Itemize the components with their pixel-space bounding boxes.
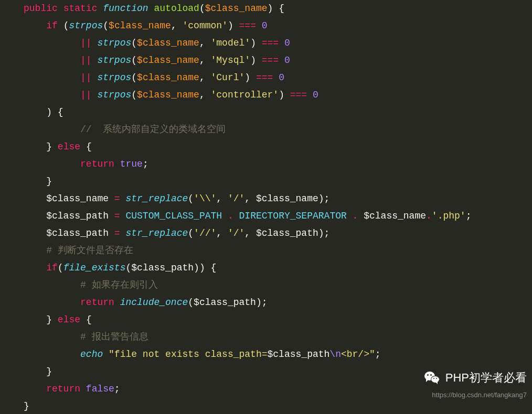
- code-token: [279, 38, 284, 48]
- code-token: ,: [199, 72, 211, 83]
- code-line[interactable]: $class_path = CUSTOM_CLASS_PATH . DIRECT…: [24, 208, 532, 225]
- code-token: =: [114, 193, 120, 204]
- code-token: 'model': [211, 38, 251, 48]
- code-token: ,: [216, 193, 228, 204]
- code-token: [233, 20, 239, 31]
- code-token: }: [24, 401, 29, 411]
- code-token: '/': [228, 228, 244, 238]
- code-token: else: [58, 314, 80, 325]
- code-token: ): [46, 107, 52, 117]
- code-token: [347, 211, 353, 221]
- code-token: \n: [329, 349, 341, 359]
- code-token: $class_path: [268, 349, 330, 359]
- code-token: strpos: [97, 72, 131, 83]
- code-token: 'Curl': [211, 72, 245, 83]
- code-line[interactable]: if (strpos($class_name, 'common') === 0: [24, 17, 532, 35]
- code-token: {: [86, 314, 92, 325]
- code-token: {: [58, 107, 63, 117]
- code-token: [52, 314, 58, 325]
- code-token: $class_name: [46, 193, 114, 204]
- code-token: public: [24, 3, 58, 14]
- code-token: strpos: [97, 38, 131, 48]
- code-token: if: [46, 20, 58, 31]
- code-line[interactable]: || strpos($class_name, 'Curl') === 0: [24, 69, 532, 86]
- code-token: [233, 211, 239, 221]
- code-token: ;: [324, 228, 330, 238]
- code-token: }: [46, 366, 52, 377]
- code-token: [307, 90, 313, 100]
- code-token: ): [244, 72, 250, 83]
- code-line[interactable]: || strpos($class_name, 'Mysql') === 0: [24, 52, 532, 69]
- code-token: [92, 90, 98, 100]
- code-token: autoload: [154, 3, 199, 14]
- code-token: [80, 384, 86, 394]
- code-line[interactable]: # 报出警告信息: [24, 329, 532, 346]
- code-token: {: [211, 263, 217, 273]
- code-token: ): [250, 38, 256, 48]
- code-token: ,: [171, 20, 183, 31]
- code-line[interactable]: # 如果存在则引入: [24, 277, 532, 294]
- code-token: ;: [466, 211, 472, 221]
- code-line[interactable]: || strpos($class_name, 'controller') ===…: [24, 86, 532, 104]
- code-token: 0: [284, 55, 290, 66]
- code-token: .: [228, 211, 233, 221]
- code-token: ): [318, 193, 324, 204]
- code-line[interactable]: // 系统内部自定义的类域名空间: [24, 121, 532, 138]
- code-token: )): [194, 263, 205, 273]
- code-token: ===: [262, 55, 279, 66]
- watermark: PHP初学者必看 https://blog.csdn.net/fangkang7: [424, 369, 527, 404]
- code-token: [80, 141, 86, 152]
- code-token: "file not exists class_path=: [109, 349, 267, 359]
- code-line[interactable]: return true;: [24, 156, 532, 173]
- code-line[interactable]: }: [24, 173, 532, 190]
- code-line[interactable]: public static function autoload($class_n…: [24, 0, 532, 17]
- code-line[interactable]: || strpos($class_name, 'model') === 0: [24, 35, 532, 52]
- code-token: true: [120, 159, 143, 169]
- code-token: [114, 297, 120, 308]
- code-line[interactable]: $class_path = str_replace('//', '/', $cl…: [24, 225, 532, 242]
- code-token: [256, 55, 262, 66]
- code-line[interactable]: } else {: [24, 311, 532, 329]
- code-line[interactable]: echo "file not exists class_path=$class_…: [24, 346, 532, 363]
- code-line[interactable]: ) {: [24, 104, 532, 121]
- code-token: (: [188, 193, 194, 204]
- code-line[interactable]: # 判断文件是否存在: [24, 242, 532, 259]
- code-line[interactable]: } else {: [24, 138, 532, 156]
- code-token: include_once: [120, 297, 188, 308]
- code-token: 0: [279, 72, 284, 83]
- code-token: ;: [114, 384, 120, 394]
- code-token: [58, 20, 63, 31]
- code-token: [148, 3, 154, 14]
- code-line[interactable]: if(file_exists($class_path)) {: [24, 259, 532, 277]
- code-token: [80, 314, 86, 325]
- code-token: [284, 90, 290, 100]
- code-token: CUSTOM_CLASS_PATH: [125, 211, 222, 221]
- code-token: [256, 20, 262, 31]
- code-token: $class_name: [358, 211, 426, 221]
- code-token: [222, 211, 228, 221]
- code-line[interactable]: $class_name = str_replace('\\', '/', $cl…: [24, 190, 532, 208]
- code-token: 0: [262, 20, 268, 31]
- code-token: {: [279, 3, 284, 14]
- code-token: (: [131, 90, 137, 100]
- code-line[interactable]: return include_once($class_path);: [24, 294, 532, 311]
- code-token: return: [80, 297, 114, 308]
- code-token: 0: [284, 38, 290, 48]
- code-token: }: [46, 314, 52, 325]
- code-token: ||: [80, 72, 92, 83]
- code-token: [120, 228, 126, 238]
- code-token: ): [256, 297, 262, 308]
- code-token: (: [131, 55, 137, 66]
- code-token: // 系统内部自定义的类域名空间: [80, 124, 226, 135]
- code-token: $class_path: [131, 263, 194, 273]
- code-token: =: [114, 228, 120, 238]
- code-token: $class_name: [137, 90, 199, 100]
- code-token: 0: [313, 90, 318, 100]
- code-token: ;: [375, 349, 381, 359]
- code-token: ;: [143, 159, 148, 169]
- code-token: strpos: [97, 55, 131, 66]
- code-token: [97, 3, 103, 14]
- code-editor[interactable]: public static function autoload($class_n…: [0, 0, 532, 414]
- watermark-title: PHP初学者必看: [445, 369, 527, 386]
- code-token: <br/>": [341, 349, 375, 359]
